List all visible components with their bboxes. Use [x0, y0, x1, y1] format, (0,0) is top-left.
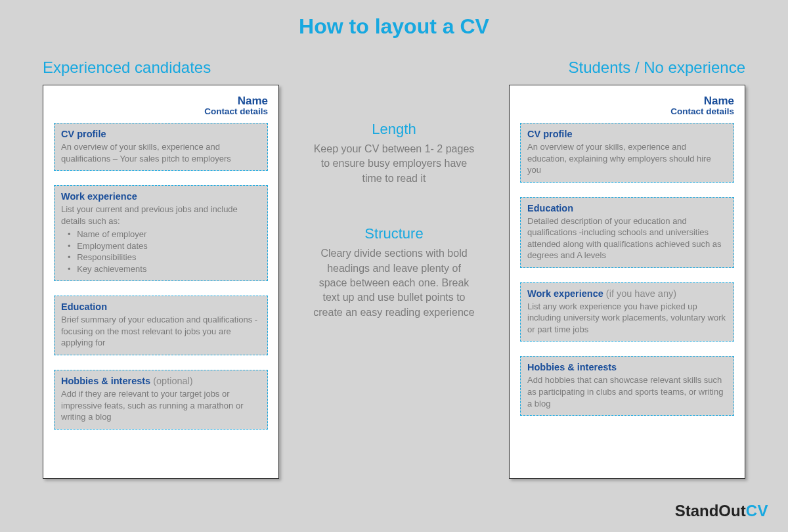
section-title: Hobbies & interests: [61, 376, 150, 386]
page-title: How to layout a CV: [0, 0, 788, 39]
cv-section: EducationDetailed description of your ed…: [520, 197, 734, 268]
guidance-column: Length Keep your CV between 1- 2 pages t…: [299, 58, 489, 479]
experienced-column: Experienced candidates Name Contact deta…: [43, 58, 279, 479]
cv-header: Name Contact details: [54, 95, 268, 116]
structure-body: Cleary divide sections with bold heading…: [299, 246, 489, 320]
structure-title: Structure: [299, 225, 489, 242]
section-bullet: Employment dates: [61, 240, 261, 252]
section-title: Work experience: [61, 191, 137, 202]
cv-section: CV profileAn overview of your skills, ex…: [54, 123, 268, 171]
section-title: CV profile: [527, 129, 572, 139]
cv-section: Work experience (if you have any)List an…: [520, 282, 734, 342]
section-body: Add if they are relevant to your target …: [61, 388, 261, 423]
section-body: Detailed description of your education a…: [527, 215, 727, 261]
length-guidance: Length Keep your CV between 1- 2 pages t…: [299, 121, 489, 186]
cv-contact-label: Contact details: [54, 106, 268, 116]
section-bullet: Key achievements: [61, 263, 261, 275]
section-title: Work experience: [527, 288, 603, 299]
structure-guidance: Structure Cleary divide sections with bo…: [299, 225, 489, 320]
section-body: An overview of your skills, experience a…: [527, 141, 727, 176]
cv-name-label: Name: [54, 95, 268, 108]
section-title-note: (if you have any): [603, 288, 676, 299]
students-cv-box: Name Contact details CV profileAn overvi…: [509, 85, 745, 479]
students-column: Students / No experience Name Contact de…: [509, 58, 745, 479]
cv-section: Hobbies & interestsAdd hobbies that can …: [520, 356, 734, 416]
section-body: Brief summary of your education and qual…: [61, 314, 261, 349]
section-body: An overview of your skills, experience a…: [61, 141, 261, 164]
logo-standout: StandOut: [675, 502, 746, 520]
section-title: Education: [527, 203, 573, 213]
length-body: Keep your CV between 1- 2 pages to ensur…: [299, 142, 489, 186]
length-title: Length: [299, 121, 489, 138]
experienced-heading: Experienced candidates: [43, 58, 279, 77]
brand-logo: StandOutCV: [675, 502, 768, 520]
section-bullet-list: Name of employerEmployment datesResponsi…: [61, 229, 261, 275]
section-title-note: (optional): [150, 376, 192, 386]
section-title: CV profile: [61, 129, 106, 139]
cv-name-label: Name: [520, 95, 734, 108]
cv-header: Name Contact details: [520, 95, 734, 116]
cv-section: Work experienceList your current and pre…: [54, 185, 268, 281]
section-body: List any work experience you have picked…: [527, 301, 727, 336]
students-heading: Students / No experience: [509, 58, 745, 77]
layout-columns: Experienced candidates Name Contact deta…: [0, 39, 788, 479]
section-body: List your current and previous jobs and …: [61, 204, 261, 275]
cv-section: EducationBrief summary of your education…: [54, 296, 268, 355]
section-title: Education: [61, 301, 107, 312]
experienced-cv-box: Name Contact details CV profileAn overvi…: [43, 85, 279, 479]
cv-section: Hobbies & interests (optional)Add if the…: [54, 370, 268, 430]
logo-cv: CV: [746, 502, 768, 520]
cv-section: CV profileAn overview of your skills, ex…: [520, 123, 734, 183]
section-bullet: Responsibilities: [61, 252, 261, 263]
section-bullet: Name of employer: [61, 229, 261, 240]
cv-contact-label: Contact details: [520, 106, 734, 116]
section-body: Add hobbies that can showcase relevant s…: [527, 374, 727, 409]
section-title: Hobbies & interests: [527, 362, 617, 372]
